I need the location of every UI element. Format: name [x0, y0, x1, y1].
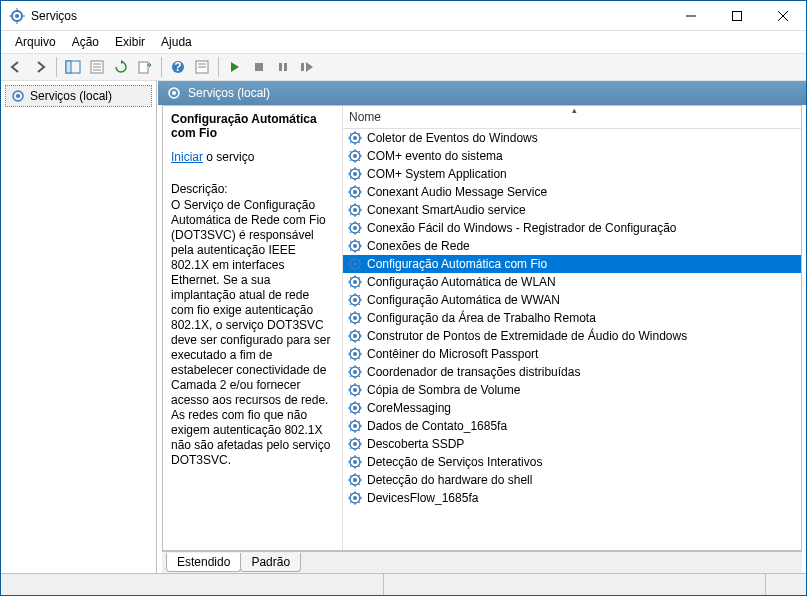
svg-line-167	[359, 376, 361, 378]
close-button[interactable]	[760, 1, 806, 31]
service-name: COM+ evento do sistema	[367, 149, 503, 163]
svg-point-151	[353, 352, 357, 356]
svg-line-36	[350, 133, 352, 135]
svg-line-98	[359, 241, 361, 243]
service-row[interactable]: Contêiner do Microsoft Passport	[343, 345, 801, 363]
tabs-bar: Estendido Padrão	[162, 551, 802, 573]
svg-line-66	[350, 187, 352, 189]
service-row[interactable]: Construtor de Pontos de Extremidade de Á…	[343, 327, 801, 345]
stop-service-button[interactable]	[248, 56, 270, 78]
svg-line-57	[359, 178, 361, 180]
service-row[interactable]: Configuração Automática de WLAN	[343, 273, 801, 291]
svg-line-219	[350, 466, 352, 468]
menu-help[interactable]: Ajuda	[153, 33, 200, 51]
service-row[interactable]: Coletor de Eventos do Windows	[343, 129, 801, 147]
start-service-button[interactable]	[224, 56, 246, 78]
svg-line-186	[350, 403, 352, 405]
description-text: O Serviço de Configuração Automática de …	[171, 198, 334, 468]
service-row[interactable]: Conexant Audio Message Service	[343, 183, 801, 201]
service-row[interactable]: Detecção do hardware do shell	[343, 471, 801, 489]
gear-icon	[347, 130, 363, 146]
gear-icon	[347, 382, 363, 398]
description-pane: Configuração Automática com Fio Iniciar …	[163, 106, 343, 550]
svg-line-99	[350, 250, 352, 252]
svg-line-136	[350, 313, 352, 315]
service-row[interactable]: Coordenador de transações distribuídas	[343, 363, 801, 381]
tab-standard[interactable]: Padrão	[240, 553, 301, 572]
service-name: Conexões de Rede	[367, 239, 470, 253]
tree-node-services-local[interactable]: Serviços (local)	[5, 85, 152, 107]
svg-text:?: ?	[174, 60, 181, 74]
help-button[interactable]: ?	[167, 56, 189, 78]
service-row[interactable]: Conexão Fácil do Windows - Registrador d…	[343, 219, 801, 237]
svg-line-187	[359, 412, 361, 414]
service-row[interactable]: Cópia de Sombra de Volume	[343, 381, 801, 399]
service-row[interactable]: Conexões de Rede	[343, 237, 801, 255]
svg-point-171	[353, 388, 357, 392]
service-row[interactable]: Configuração Automática de WWAN	[343, 291, 801, 309]
service-name: Configuração Automática com Fio	[367, 257, 547, 271]
svg-line-59	[350, 178, 352, 180]
service-row[interactable]: COM+ evento do sistema	[343, 147, 801, 165]
svg-line-137	[359, 322, 361, 324]
service-row[interactable]: Configuração Automática com Fio	[343, 255, 801, 273]
service-row[interactable]: Detecção de Serviços Interativos	[343, 453, 801, 471]
menu-view[interactable]: Exibir	[107, 33, 153, 51]
gear-icon	[347, 274, 363, 290]
svg-line-159	[350, 358, 352, 360]
svg-line-76	[350, 205, 352, 207]
refresh-button[interactable]	[110, 56, 132, 78]
svg-line-88	[359, 223, 361, 225]
service-row[interactable]: Configuração da Área de Trabalho Remota	[343, 309, 801, 327]
svg-rect-11	[66, 61, 71, 73]
service-row[interactable]: Descoberta SSDP	[343, 435, 801, 453]
back-button[interactable]	[5, 56, 27, 78]
tab-extended[interactable]: Estendido	[166, 553, 241, 572]
toolbar: ?	[1, 53, 806, 81]
service-row[interactable]: DevicesFlow_1685fa	[343, 489, 801, 507]
restart-service-button[interactable]	[296, 56, 318, 78]
gear-icon	[347, 148, 363, 164]
svg-point-141	[353, 334, 357, 338]
gear-icon	[347, 418, 363, 434]
svg-line-179	[350, 394, 352, 396]
svg-point-111	[353, 280, 357, 284]
svg-line-166	[350, 367, 352, 369]
service-name: Construtor de Pontos de Extremidade de Á…	[367, 329, 687, 343]
svg-line-37	[359, 142, 361, 144]
list-header[interactable]: Nome ▴	[343, 106, 801, 129]
start-service-link[interactable]: Iniciar	[171, 150, 203, 164]
service-list-pane: Nome ▴ Coletor de Eventos do WindowsCOM+…	[343, 106, 801, 550]
properties-button[interactable]	[86, 56, 108, 78]
menu-action[interactable]: Ação	[64, 33, 107, 51]
service-row[interactable]: CoreMessaging	[343, 399, 801, 417]
svg-line-46	[350, 151, 352, 153]
svg-line-227	[359, 484, 361, 486]
pause-service-button[interactable]	[272, 56, 294, 78]
minimize-button[interactable]	[668, 1, 714, 31]
svg-line-97	[359, 250, 361, 252]
svg-point-161	[353, 370, 357, 374]
svg-line-38	[359, 133, 361, 135]
svg-line-118	[359, 277, 361, 279]
svg-line-237	[359, 502, 361, 504]
svg-line-176	[350, 385, 352, 387]
show-hide-tree-button[interactable]	[62, 56, 84, 78]
svg-line-126	[350, 295, 352, 297]
service-row[interactable]: Dados de Contato_1685fa	[343, 417, 801, 435]
menu-file[interactable]: Arquivo	[7, 33, 64, 51]
svg-line-79	[350, 214, 352, 216]
service-row[interactable]: COM+ System Application	[343, 165, 801, 183]
service-name: Coordenador de transações distribuídas	[367, 365, 580, 379]
properties-2-button[interactable]	[191, 56, 213, 78]
service-list[interactable]: Coletor de Eventos do WindowsCOM+ evento…	[343, 129, 801, 550]
maximize-button[interactable]	[714, 1, 760, 31]
svg-line-156	[350, 349, 352, 351]
service-row[interactable]: Conexant SmartAudio service	[343, 201, 801, 219]
export-button[interactable]	[134, 56, 156, 78]
forward-button[interactable]	[29, 56, 51, 78]
svg-line-58	[359, 169, 361, 171]
svg-line-157	[359, 358, 361, 360]
sort-indicator-icon: ▴	[572, 106, 577, 115]
column-name[interactable]: Nome	[349, 110, 381, 124]
